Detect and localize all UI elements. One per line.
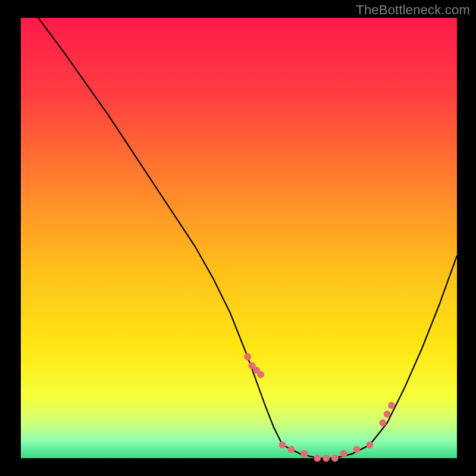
marker-point [279,441,286,449]
watermark-text: TheBottleneck.com [356,2,470,18]
marker-point [379,419,386,427]
bottleneck-chart [0,0,476,476]
marker-point [353,446,360,453]
marker-point [331,455,339,462]
marker-point [288,446,295,453]
marker-point [388,402,395,409]
chart-container: TheBottleneck.com [0,0,476,476]
marker-point [322,455,330,462]
marker-point [314,455,321,462]
marker-point [340,450,347,458]
marker-point [366,441,373,449]
marker-point [244,353,251,361]
marker-point [257,371,264,378]
marker-point [300,450,308,458]
marker-point [384,411,391,418]
